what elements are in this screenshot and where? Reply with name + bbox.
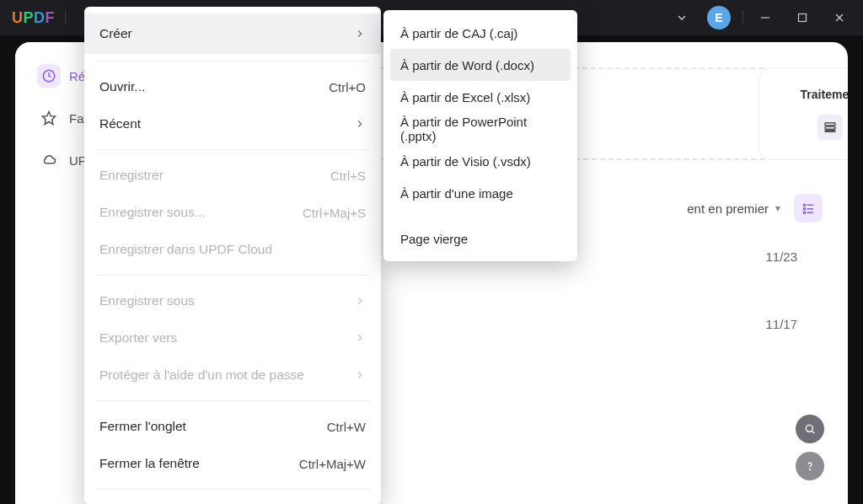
clock-icon [37, 64, 61, 88]
submenu-item-from-word[interactable]: À partir de Word (.docx) [390, 49, 571, 81]
svg-point-13 [803, 212, 805, 213]
menu-item-label: Protéger à l'aide d'un mot de passe [99, 367, 304, 383]
menu-item-save-as-2: Enregistrer sous [84, 282, 381, 319]
menu-item-open[interactable]: Ouvrir... Ctrl+O [84, 68, 381, 105]
submenu-item-from-visio[interactable]: À partir de Visio (.vsdx) [390, 145, 571, 177]
window-maximize-button[interactable] [784, 0, 821, 35]
menu-item-label: Fermer la fenêtre [99, 456, 200, 471]
menu-shortcut: Ctrl+S [330, 169, 366, 183]
menu-item-recent[interactable]: Récent [84, 105, 381, 142]
svg-point-15 [806, 425, 812, 432]
menu-item-label: Enregistrer dans UPDF Cloud [99, 242, 272, 257]
star-icon [37, 106, 61, 130]
side-card-title: Traitement [801, 88, 848, 101]
svg-point-9 [803, 204, 805, 206]
submenu-item-from-caj[interactable]: À partir de CAJ (.caj) [390, 17, 571, 49]
app-logo: UPDF [12, 9, 55, 27]
sort-label: ent en premier [687, 201, 769, 216]
svg-line-16 [812, 431, 814, 433]
menu-shortcut: Ctrl+Maj+W [299, 457, 366, 471]
sort-dropdown[interactable]: ent en premier ▾ [687, 201, 780, 216]
menu-shortcut: Ctrl+W [327, 420, 366, 434]
svg-rect-7 [825, 126, 835, 129]
menu-item-save: Enregistrer Ctrl+S [84, 157, 381, 194]
submenu-item-from-excel[interactable]: À partir de Excel (.xlsx) [390, 81, 571, 113]
submenu-item-label: À partir de CAJ (.caj) [400, 26, 517, 40]
menu-item-label: Ouvrir... [99, 79, 145, 94]
submenu-item-from-image[interactable]: À partir d'une image [390, 177, 571, 209]
title-divider [742, 10, 743, 25]
submenu-item-label: À partir d'une image [400, 186, 513, 201]
chevron-right-icon [354, 118, 366, 130]
window-close-button[interactable] [821, 0, 858, 35]
menu-shortcut: Ctrl+O [329, 80, 366, 94]
svg-rect-6 [825, 123, 835, 126]
svg-rect-8 [825, 131, 835, 132]
menu-separator [96, 400, 369, 401]
menu-item-label: Récent [99, 116, 141, 131]
menu-item-label: Enregistrer [99, 168, 163, 183]
menu-item-export: Exporter vers [84, 319, 381, 357]
menu-separator [96, 275, 369, 276]
svg-point-17 [810, 469, 811, 470]
menu-separator [96, 149, 369, 150]
file-date: 11/17 [765, 317, 797, 331]
chevron-right-icon [354, 369, 366, 381]
menu-item-close-window[interactable]: Fermer la fenêtre Ctrl+Maj+W [84, 445, 381, 482]
submenu-item-label: À partir de Visio (.vsdx) [400, 154, 531, 169]
menu-item-label: Enregistrer sous [99, 293, 195, 308]
submenu-item-from-powerpoint[interactable]: À partir de PowerPoint (.pptx) [390, 113, 571, 145]
menu-item-label: Exporter vers [99, 330, 177, 346]
svg-point-11 [803, 208, 805, 210]
view-toggle-button[interactable] [794, 194, 823, 223]
menu-item-save-as: Enregistrer sous... Ctrl+Maj+S [84, 194, 381, 231]
title-divider [65, 10, 66, 25]
search-fab[interactable] [796, 415, 824, 443]
submenu-item-label: Page vierge [400, 232, 468, 246]
user-avatar[interactable]: E [707, 6, 731, 29]
cloud-icon [37, 148, 61, 172]
menu-item-label: Fermer l'onglet [99, 419, 186, 434]
menu-separator [96, 489, 369, 490]
chevron-right-icon [354, 332, 366, 344]
chevron-right-icon [354, 295, 366, 307]
submenu-item-label: À partir de Word (.docx) [400, 58, 534, 72]
menu-item-label: Créer [99, 26, 132, 41]
menu-item-show-in-folder: Afficher dans le dossier [84, 496, 381, 504]
menu-item-close-tab[interactable]: Fermer l'onglet Ctrl+W [84, 408, 381, 445]
submenu-item-label: À partir de PowerPoint (.pptx) [400, 115, 560, 143]
menu-item-create[interactable]: Créer [84, 13, 381, 54]
help-fab[interactable] [796, 452, 824, 480]
stack-icon [817, 115, 843, 140]
menu-item-save-cloud: Enregistrer dans UPDF Cloud [84, 231, 381, 268]
submenu-item-blank-page[interactable]: Page vierge [390, 223, 571, 255]
chevron-right-icon [354, 28, 366, 40]
menu-item-protect: Protéger à l'aide d'un mot de passe [84, 357, 381, 394]
file-date: 11/23 [765, 249, 797, 264]
caret-down-icon: ▾ [775, 202, 780, 214]
side-card-processing[interactable]: Traitement [758, 67, 848, 160]
menu-shortcut: Ctrl+Maj+S [303, 206, 366, 220]
title-dropdown-chevron-icon[interactable] [675, 11, 699, 24]
file-menu: Créer Ouvrir... Ctrl+O Récent Enregistre… [84, 7, 381, 504]
window-minimize-button[interactable] [747, 0, 784, 35]
menu-separator [96, 61, 369, 62]
svg-marker-5 [43, 112, 56, 125]
svg-rect-1 [799, 14, 807, 22]
submenu-item-label: À partir de Excel (.xlsx) [400, 90, 530, 105]
create-submenu: À partir de CAJ (.caj) À partir de Word … [383, 10, 577, 261]
menu-item-label: Enregistrer sous... [99, 205, 206, 220]
